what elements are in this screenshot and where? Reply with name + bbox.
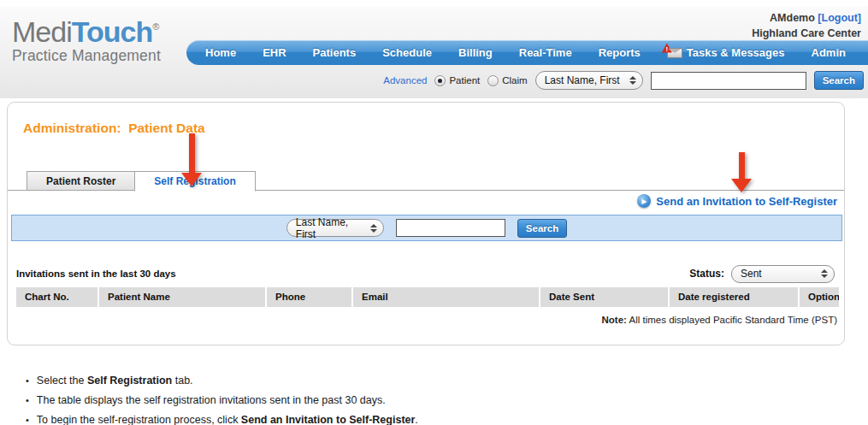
envelope-alert-icon: ! [667, 48, 682, 58]
bullet-icon: • [26, 375, 29, 387]
status-filter-group: Status: Sent [689, 265, 835, 283]
list-item: • To begin the self-registration process… [26, 414, 868, 425]
status-select-value: Sent [741, 268, 762, 280]
note-text: All times displayed Pacific Standard Tim… [627, 315, 837, 325]
column-header-date-sent: Date Sent [540, 287, 668, 307]
patient-radio-label: Patient [449, 75, 480, 86]
status-label: Status: [689, 268, 724, 280]
instruction-list: • Select the Self Registration tab. • Th… [26, 375, 868, 425]
instruction-bold: Send an Invitation to Self-Register [241, 414, 416, 425]
status-select[interactable]: Sent [731, 265, 835, 283]
tab-patient-roster[interactable]: Patient Roster [27, 171, 134, 191]
claim-radio[interactable] [487, 75, 499, 86]
status-row: Invitations sent in the last 30 days Sta… [16, 264, 835, 283]
logo-touch: Touch [72, 15, 152, 48]
stepper-arrows-icon [629, 76, 636, 85]
nav-item-admin[interactable]: Admin [812, 46, 846, 59]
main-navbar: Home EHR Patients Schedule Billing Real-… [186, 40, 868, 65]
alert-triangle-icon: ! [662, 44, 672, 53]
meditouch-logo: MediTouch® Practice Management [12, 17, 161, 64]
stepper-arrows-icon [370, 224, 377, 233]
claim-radio-group[interactable]: Claim [487, 75, 527, 86]
logout-link[interactable]: [Logout] [818, 12, 861, 24]
red-arrow-send-invitation [731, 152, 752, 192]
red-arrow-self-registration-tab [181, 133, 202, 186]
username: AMdemo [770, 12, 815, 24]
patient-radio[interactable] [434, 75, 446, 86]
timezone-note: Note: All times displayed Pacific Standa… [602, 315, 837, 325]
registered-mark-icon: ® [152, 21, 158, 32]
filter-select-value: Last Name, First [296, 216, 363, 240]
column-header-phone: Phone [267, 287, 351, 307]
logo-subtitle: Practice Management [12, 49, 161, 64]
search-type-select[interactable]: Last Name, First [535, 71, 643, 90]
list-caption: Invitations sent in the last 30 days [16, 269, 176, 279]
instruction-bold: Self Registration [87, 375, 172, 387]
nav-item-tasks-messages-label: Tasks & Messages [687, 46, 785, 59]
bullet-icon: • [26, 394, 29, 407]
note-label: Note: [602, 315, 627, 325]
nav-item-tasks-messages[interactable]: ! Tasks & Messages [667, 46, 785, 59]
nav-item-reports[interactable]: Reports [599, 46, 641, 59]
admin-patient-data-panel: Administration: Patient Data Patient Ros… [7, 102, 845, 345]
nav-item-real-time[interactable]: Real-Time [519, 46, 572, 59]
instruction-text: Select the Self Registration tab. [37, 375, 193, 387]
send-invitation-row[interactable]: ▶ Send an Invitation to Self-Register [637, 194, 837, 208]
logo-wordmark: MediTouch® [12, 17, 161, 46]
global-search-row: Advanced Patient Claim Last Name, First … [383, 71, 864, 90]
advanced-search-link[interactable]: Advanced [383, 75, 427, 86]
global-search-button[interactable]: Search [814, 71, 864, 90]
column-header-chart-no: Chart No. [16, 287, 97, 307]
filter-search-button[interactable]: Search [517, 219, 567, 238]
instruction-text: To begin the self-registration process, … [37, 414, 418, 425]
instruction-post: tab. [172, 375, 192, 387]
bullet-icon: • [26, 414, 29, 425]
invitation-filter-bar: Last Name, First Search [11, 215, 842, 241]
search-type-select-value: Last Name, First [545, 74, 620, 86]
send-invitation-link[interactable]: Send an Invitation to Self-Register [656, 195, 837, 208]
global-search-input[interactable] [651, 72, 806, 90]
column-header-date-registered: Date registered [670, 287, 798, 307]
invitations-table-header: Chart No. Patient Name Phone Email Date … [16, 287, 839, 307]
instruction-pre: The table displays the self registration… [37, 394, 386, 406]
column-header-options: Options [800, 287, 839, 307]
stepper-arrows-icon [821, 269, 828, 278]
filter-select[interactable]: Last Name, First [286, 219, 384, 237]
claim-radio-label: Claim [502, 75, 527, 86]
list-item: • The table displays the self registrati… [26, 394, 868, 407]
logo-medi: Medi [12, 15, 72, 48]
tab-bar: Patient Roster Self Registration [27, 171, 256, 191]
app-header: MediTouch® Practice Management AMdemo [L… [0, 7, 868, 98]
top-strip [0, 0, 868, 7]
list-item: • Select the Self Registration tab. [26, 375, 868, 387]
user-info: AMdemo [Logout] Highland Care Center [752, 10, 861, 41]
nav-item-patients[interactable]: Patients [313, 46, 357, 59]
instruction-post: . [415, 414, 417, 425]
nav-item-billing[interactable]: Billing [458, 46, 493, 59]
column-header-email: Email [353, 287, 539, 307]
user-line: AMdemo [Logout] [752, 10, 861, 26]
instruction-pre: To begin the self-registration process, … [37, 414, 241, 425]
page-title: Administration: Patient Data [23, 121, 205, 136]
nav-item-ehr[interactable]: EHR [263, 46, 286, 59]
nav-item-home[interactable]: Home [205, 46, 236, 59]
instruction-pre: Select the [37, 375, 87, 387]
organization-name: Highland Care Center [752, 26, 861, 41]
column-header-patient-name: Patient Name [99, 287, 265, 307]
play-circle-icon: ▶ [637, 194, 651, 208]
instruction-text: The table displays the self registration… [37, 394, 386, 407]
patient-radio-group[interactable]: Patient [434, 75, 480, 86]
filter-search-input[interactable] [396, 219, 505, 237]
nav-item-schedule[interactable]: Schedule [382, 46, 432, 59]
